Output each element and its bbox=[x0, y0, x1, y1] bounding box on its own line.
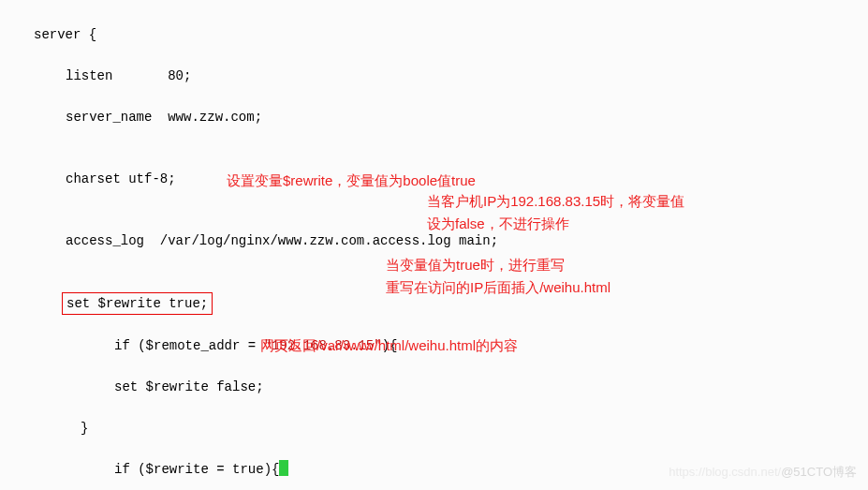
annotation-ip-line1: 当客户机IP为192.168.83.15时，将变量值 bbox=[427, 191, 684, 212]
annotation-location: 网页返回/var/www/html/weihu.html的内容 bbox=[260, 335, 518, 356]
code-line: set $rewrite false; bbox=[0, 377, 498, 397]
code-block: server { listen 80; server_name www.zzw.… bbox=[0, 0, 498, 490]
cursor-green bbox=[279, 460, 288, 476]
code-line: if ($rewrite = true){ bbox=[0, 459, 498, 480]
code-line: access_log /var/log/nginx/www.zzw.com.ac… bbox=[0, 230, 498, 251]
watermark-url: https://blog.csdn.net/ bbox=[669, 465, 781, 479]
highlight-box: set $rewrite true; bbox=[62, 292, 213, 315]
annotation-ip-line2: 设为false，不进行操作 bbox=[427, 214, 569, 234]
code-line: server { bbox=[0, 24, 498, 45]
code-line: listen 80; bbox=[0, 66, 498, 86]
annotation-true-line1: 当变量值为true时，进行重写 bbox=[386, 255, 565, 275]
code-line: } bbox=[0, 418, 498, 438]
annotation-rewrite-var: 设置变量$rewrite，变量值为boole值true bbox=[227, 171, 476, 191]
annotation-true-line2: 重写在访问的IP后面插入/weihu.html bbox=[386, 277, 611, 298]
code-line: server_name www.zzw.com; bbox=[0, 107, 498, 127]
watermark: https://blog.csdn.net/@51CTO博客 bbox=[669, 462, 857, 483]
watermark-brand: @51CTO博客 bbox=[781, 465, 857, 479]
